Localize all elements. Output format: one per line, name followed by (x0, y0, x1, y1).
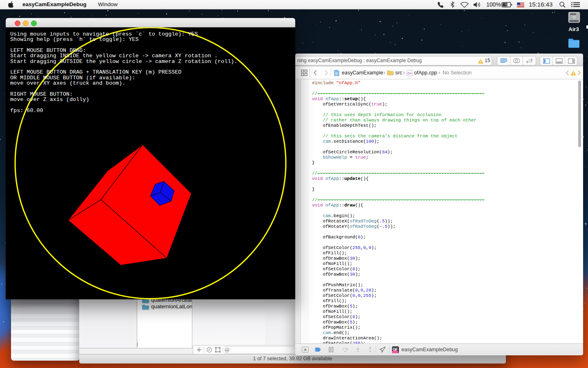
svg-text:C+: C+ (408, 72, 412, 75)
